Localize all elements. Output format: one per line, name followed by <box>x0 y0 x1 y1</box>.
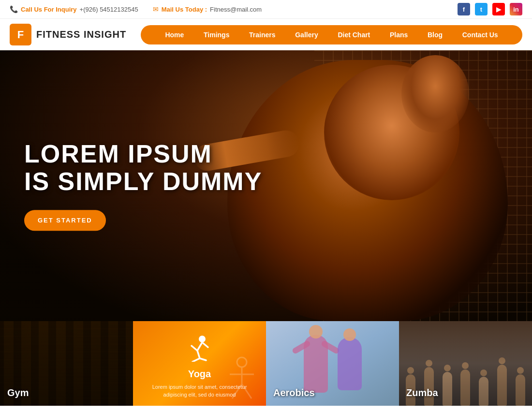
phone-icon: 📞 <box>10 5 18 13</box>
top-bar: 📞 Call Us For Inquiry +(926) 54512132545… <box>0 0 532 19</box>
facebook-icon[interactable]: f <box>458 3 470 15</box>
svg-point-0 <box>237 357 247 367</box>
instagram-icon[interactable]: in <box>510 3 522 15</box>
social-links: f t ▶ in <box>458 3 522 15</box>
nav-timings[interactable]: Timings <box>204 31 229 39</box>
nav-home[interactable]: Home <box>165 31 184 39</box>
header: F FITNESS INSIGHT Home Timings Trainers … <box>0 19 532 50</box>
yoga-icon <box>188 335 212 366</box>
category-yoga[interactable]: Yoga Lorem ipsum dolor sit amet, consect… <box>133 321 266 406</box>
svg-line-7 <box>192 346 197 351</box>
mail-icon: ✉ <box>153 5 159 13</box>
hero-section: LOREM IPSUM IS SIMPLY DUMMY GET STARTED <box>0 50 532 321</box>
svg-point-5 <box>199 336 206 342</box>
hero-title-line1: LOREM IPSUM <box>24 140 212 168</box>
nav-gallery[interactable]: Gallery <box>295 31 318 39</box>
youtube-icon[interactable]: ▶ <box>492 3 505 15</box>
yoga-label: Yoga <box>188 369 211 380</box>
hero-figure-head <box>401 55 469 133</box>
brand-name: FITNESS INSIGHT <box>36 29 126 40</box>
svg-line-11 <box>202 342 208 347</box>
category-gym[interactable]: Gym <box>0 321 133 406</box>
nav-blog[interactable]: Blog <box>428 31 443 39</box>
mail-contact: ✉ Mail Us Today : Fitness@mail.com <box>153 5 262 13</box>
phone-contact: 📞 Call Us For Inquiry +(926) 54512132545 <box>10 5 138 13</box>
categories-section: Gym Yoga Lorem ipsum dolor sit amet, con <box>0 321 532 406</box>
phone-number: +(926) 54512132545 <box>80 6 138 13</box>
mail-label: Mail Us Today : <box>162 6 207 13</box>
nav-diet-chart[interactable]: Diet Chart <box>338 31 370 39</box>
zumba-label: Zumba <box>406 387 438 398</box>
top-bar-contacts: 📞 Call Us For Inquiry +(926) 54512132545… <box>10 5 262 13</box>
category-zumba[interactable]: Zumba <box>399 321 532 406</box>
nav-contact-us[interactable]: Contact Us <box>462 31 498 39</box>
svg-line-9 <box>192 358 200 362</box>
main-nav: Home Timings Trainers Gallery Diet Chart… <box>141 25 522 44</box>
twitter-icon[interactable]: t <box>475 3 488 15</box>
logo: F FITNESS INSIGHT <box>10 24 126 45</box>
hero-title-line2: IS SIMPLY DUMMY <box>24 168 262 196</box>
gym-label: Gym <box>7 387 29 398</box>
aerobics-label: Aerobics <box>273 387 315 398</box>
svg-line-8 <box>197 351 200 358</box>
svg-line-10 <box>200 358 206 360</box>
svg-line-3 <box>232 384 242 398</box>
get-started-button[interactable]: GET STARTED <box>24 210 106 231</box>
hero-title: LOREM IPSUM IS SIMPLY DUMMY <box>24 140 262 195</box>
hero-content: LOREM IPSUM IS SIMPLY DUMMY GET STARTED <box>24 140 262 231</box>
yoga-bg-figure <box>222 355 261 403</box>
phone-label: Call Us For Inquiry <box>21 6 77 13</box>
mail-address: Fitness@mail.com <box>210 6 262 13</box>
category-aerobics[interactable]: Aerobics <box>266 321 399 406</box>
nav-trainers[interactable]: Trainers <box>249 31 275 39</box>
svg-line-4 <box>242 384 251 398</box>
svg-line-6 <box>197 342 202 351</box>
nav-plans[interactable]: Plans <box>390 31 408 39</box>
logo-icon: F <box>10 24 31 45</box>
